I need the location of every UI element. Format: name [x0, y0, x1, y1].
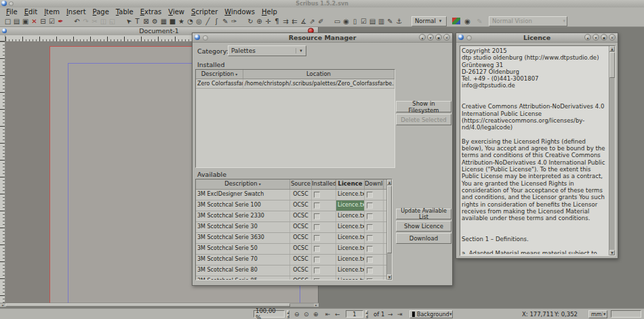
- insert-line-icon[interactable]: ╱: [203, 16, 212, 26]
- installed-checkbox[interactable]: [314, 268, 320, 274]
- installed-row[interactable]: Zero Colorfassfarbe /home/christoph/.scr…: [196, 79, 395, 89]
- available-description-cell[interactable]: 3M Scotchcal Serie 85: [196, 276, 290, 280]
- insert-calligraphic-line-icon[interactable]: ✑: [230, 16, 239, 26]
- insert-arc-icon[interactable]: ◔: [186, 16, 195, 26]
- available-licence-cell[interactable]: Licence.txt: [336, 255, 365, 265]
- scrollbar-thumb[interactable]: [5, 303, 290, 307]
- available-description-cell[interactable]: 3M Scotchcal Serie 50: [196, 244, 290, 254]
- window-close-button[interactable]: ✕: [443, 34, 450, 41]
- insert-shape-icon[interactable]: ■: [168, 16, 177, 26]
- download-checkbox[interactable]: [367, 278, 373, 280]
- installed-checkbox[interactable]: [314, 235, 320, 241]
- available-source-cell[interactable]: OCSC: [290, 200, 312, 211]
- available-table-scrollbar[interactable]: ▲ ▼: [386, 179, 392, 280]
- pdf-text-field-icon[interactable]: ▯: [350, 16, 359, 26]
- zoom-default-button[interactable]: ⊙: [304, 310, 313, 318]
- available-header-source[interactable]: Source: [290, 179, 312, 189]
- menu-scripter[interactable]: Scripter: [188, 8, 221, 16]
- licence-text-area[interactable]: Copyright 2015 dtp studio oldenburg (htt…: [460, 45, 616, 256]
- edit-in-preview-icon[interactable]: ✎: [475, 18, 485, 25]
- installed-checkbox[interactable]: [314, 213, 320, 219]
- redo-icon[interactable]: ↷: [81, 16, 90, 26]
- download-checkbox[interactable]: [367, 213, 373, 219]
- available-download-cell[interactable]: [365, 222, 384, 232]
- download-checkbox[interactable]: [367, 246, 373, 252]
- available-description-cell[interactable]: 3M ExclDesigner Swatch: [196, 190, 290, 200]
- menu-file[interactable]: File: [3, 8, 21, 16]
- insert-freehand-line-icon[interactable]: ✎: [221, 16, 230, 26]
- available-description-cell[interactable]: 3M Scotchcal Serie 70: [196, 255, 290, 265]
- available-download-cell[interactable]: [365, 265, 384, 276]
- available-download-cell[interactable]: [365, 211, 384, 221]
- available-installed-cell[interactable]: [312, 276, 336, 280]
- insert-image-frame-icon[interactable]: ⊠: [142, 16, 150, 26]
- available-installed-cell[interactable]: [312, 200, 336, 211]
- download-button[interactable]: Download: [396, 233, 451, 244]
- scroll-up-icon[interactable]: ▲: [387, 179, 392, 185]
- installed-description-cell[interactable]: Zero Colorfassfarbe: [196, 79, 243, 88]
- installed-checkbox[interactable]: [314, 246, 320, 252]
- link-text-frames-icon[interactable]: ⇉: [281, 16, 290, 26]
- scrollbar-thumb[interactable]: [609, 52, 615, 78]
- pdf-text-annotation-icon[interactable]: ✎: [386, 16, 395, 26]
- available-header-licence[interactable]: Licence: [336, 179, 365, 189]
- zoom-out-button[interactable]: ⊖: [294, 310, 303, 318]
- available-row[interactable]: 3M ExclDesigner Swatch OCSC Licence.txt: [196, 190, 392, 200]
- available-download-cell[interactable]: [365, 233, 384, 243]
- window-maximize-button[interactable]: ▪: [435, 34, 442, 41]
- scroll-up-icon[interactable]: ▲: [609, 46, 615, 51]
- scroll-left-icon[interactable]: ◄: [0, 303, 5, 307]
- pdf-push-button-icon[interactable]: ▭: [333, 16, 342, 26]
- print-document-icon[interactable]: ⊟: [39, 16, 47, 26]
- export-pdf-icon[interactable]: ✒: [56, 16, 65, 26]
- horizontal-scrollbar[interactable]: ◄ ►: [0, 303, 319, 307]
- spin-down-icon[interactable]: ▾: [365, 314, 368, 318]
- layer-dropdown[interactable]: Background ▾: [409, 310, 453, 318]
- available-download-cell[interactable]: [365, 190, 384, 200]
- available-source-cell[interactable]: OCSC: [290, 265, 312, 276]
- licence-titlebar[interactable]: Licence ▴▾▪✕: [456, 33, 618, 43]
- chevron-down-icon[interactable]: ▾: [296, 48, 306, 54]
- scroll-right-icon[interactable]: ►: [314, 303, 319, 307]
- window-minimize-button[interactable]: ▾: [427, 34, 434, 41]
- edit-contents-icon[interactable]: ✛: [264, 16, 273, 26]
- available-licence-cell[interactable]: Licence.txt: [336, 211, 365, 221]
- window-shade-button[interactable]: ▴: [419, 34, 426, 41]
- available-licence-cell[interactable]: Licence.txt: [336, 190, 365, 200]
- app-titlebar[interactable]: Scribus 1.5.2.svn: [0, 0, 644, 7]
- menu-extras[interactable]: Extras: [137, 8, 165, 16]
- cut-icon[interactable]: ✂: [90, 16, 99, 26]
- available-description-cell[interactable]: 3M Scotchcal Serie 3630: [196, 233, 290, 243]
- window-maximize-button[interactable]: ▪: [601, 34, 607, 41]
- available-installed-cell[interactable]: [312, 265, 336, 276]
- available-row[interactable]: 3M Scotchcal Serie 80 OCSC Licence.txt: [196, 265, 392, 276]
- download-checkbox[interactable]: [367, 257, 373, 263]
- chevron-down-icon[interactable]: ▾: [602, 312, 607, 317]
- available-download-cell[interactable]: [365, 200, 384, 211]
- download-checkbox[interactable]: [367, 192, 373, 198]
- available-installed-cell[interactable]: [312, 255, 336, 265]
- available-description-cell[interactable]: 3M Scotchcal Serie 80: [196, 265, 290, 276]
- available-licence-cell[interactable]: Licence.txt: [336, 244, 365, 254]
- menu-item[interactable]: Item: [41, 8, 63, 16]
- chevron-down-icon[interactable]: ▾: [449, 312, 452, 317]
- window-shade-button[interactable]: ▴: [584, 34, 591, 41]
- available-row[interactable]: 3M Scotchcal Serie 70 OCSC Licence.txt: [196, 255, 392, 265]
- available-description-cell[interactable]: 3M Scotchcal Serie 30: [196, 222, 290, 232]
- insert-table-icon[interactable]: ▦: [159, 16, 168, 26]
- download-checkbox[interactable]: [367, 203, 373, 209]
- update-available-list-button[interactable]: Update Available List: [396, 209, 451, 219]
- installed-header-location[interactable]: Location: [243, 70, 395, 79]
- installed-checkbox[interactable]: [314, 278, 320, 280]
- available-header-installed[interactable]: Installed: [312, 179, 336, 189]
- pdf-radio-button-icon[interactable]: ◉: [342, 16, 350, 26]
- delete-selected-button[interactable]: Delete Selected: [396, 114, 451, 125]
- download-checkbox[interactable]: [367, 224, 373, 230]
- next-page-button[interactable]: →: [388, 310, 397, 318]
- undo-icon[interactable]: ↶: [73, 16, 81, 26]
- installed-checkbox[interactable]: [314, 203, 320, 209]
- paste-icon[interactable]: ◱: [108, 16, 117, 26]
- pdf-list-box-icon[interactable]: ▥: [377, 16, 386, 26]
- installed-checkbox[interactable]: [314, 224, 320, 230]
- zoom-spinner[interactable]: ▴ ▾: [285, 310, 291, 318]
